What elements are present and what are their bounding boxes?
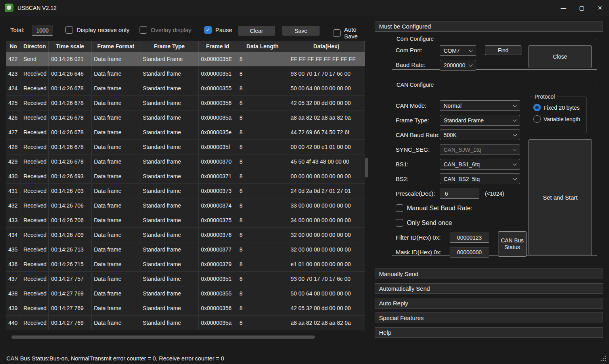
table-row[interactable]: 422Send00:14:26 021Data frameStandard Fr… [6,52,365,67]
config-panel: Must be Configured Com Configure Com Por… [375,21,603,342]
section-auto-reply[interactable]: Auto Reply [375,298,603,309]
com-port-select[interactable]: COM7 [440,45,476,56]
find-button[interactable]: Find [485,45,521,55]
section-special-features[interactable]: Special Features [375,313,603,323]
checkbox-box: ✓ [204,26,212,34]
table-cell: 8 [237,272,288,286]
section-help[interactable]: Help [375,327,603,338]
display-receive-only-checkbox[interactable]: ✓ Display receive only [65,26,129,34]
table-cell: Received [21,169,49,183]
table-cell: Standard frame [140,316,199,330]
section-manually-send[interactable]: Manually Send [375,269,603,279]
only-send-once-checkbox[interactable]: ✓ Only Send once [396,219,452,227]
auto-save-checkbox[interactable]: ✓ Auto Save [333,26,370,40]
table-row[interactable]: 435Received00:14:26 713Data frameStandar… [6,242,365,257]
save-button[interactable]: Save [282,26,320,36]
section-automatically-send[interactable]: Automatically Send [375,283,603,294]
total-input[interactable] [32,25,53,36]
table-row[interactable]: 437Received00:14:27 757Data frameStandar… [6,272,365,286]
table-row[interactable]: 429Received00:14:26 678Data frameStandar… [6,154,365,169]
table-cell: 0x00000371 [199,169,237,183]
table-cell: Received [21,67,49,81]
prescale-input[interactable] [440,189,479,199]
chevron-down-icon [469,63,473,67]
table-cell: 8 [237,228,288,242]
table-row[interactable]: 440Received00:14:27 769Data frameStandar… [6,316,365,330]
table-cell: Data frame [92,52,140,66]
checkbox-label: Only Send once [407,219,452,227]
column-header: Frame Format [92,41,140,52]
table-cell: 00:14:27 769 [49,316,92,330]
baud-rate-select[interactable]: 2000000 [440,60,476,71]
table-row[interactable]: 439Received00:14:27 769Data frameStandar… [6,301,365,316]
radio-icon [533,104,541,111]
table-row[interactable]: 434Received00:14:26 709Data frameStandar… [6,228,365,242]
section-must-be-configured[interactable]: Must be Configured [375,21,603,32]
filter-id-input[interactable] [450,233,489,243]
table-cell: 0x00000356 [199,301,237,315]
sync-seg-select[interactable]: CAN_SJW_1tq [440,144,520,155]
bs2-select[interactable]: CAN_BS2_5tq [440,173,520,184]
table-row[interactable]: 425Received00:14:26 678Data frameStandar… [6,96,365,111]
pause-checkbox[interactable]: ✓ Pause [204,26,232,34]
checkbox-label: Display receive only [77,27,129,33]
column-header: Time scale [49,41,92,52]
table-row[interactable]: 432Received00:14:26 706Data frameStandar… [6,198,365,213]
mask-id-input[interactable] [450,247,489,257]
resize-grip-icon[interactable] [605,360,606,361]
table-cell: Standard frame [140,228,199,242]
table-cell: 8 [237,213,288,227]
can-bus-status-button[interactable]: CAN Bus Status [498,231,527,257]
table-header: NoDirectonTime scaleFrame FormatFrame Ty… [6,41,365,52]
table-row[interactable]: 426Received00:14:26 678Data frameStandar… [6,111,365,125]
table-cell: 438 [6,286,21,301]
bs1-select[interactable]: CAN_BS1_6tq [440,159,520,170]
minimize-button[interactable]: — [554,0,573,16]
table-row[interactable]: 424Received00:14:26 678Data frameStandar… [6,81,365,96]
table-cell: 439 [6,301,21,315]
table-row[interactable]: 430Received00:14:26 693Data frameStandar… [6,169,365,184]
com-port-label: Com Port: [396,47,423,53]
table-cell: 8 [237,67,288,81]
table-cell: 93 00 70 17 70 17 6c 00 [288,67,365,81]
table-row[interactable]: 431Received00:14:26 703Data frameStandar… [6,184,365,198]
table-cell: 0x00000355 [199,81,237,95]
close-window-button[interactable]: ✕ [591,0,609,16]
com-configure-legend: Com Configure [395,36,436,42]
frame-type-select[interactable]: Standard Frame [440,115,520,126]
table-row[interactable]: 436Received00:14:26 715Data frameStandar… [6,257,365,272]
table-row[interactable]: 427Received00:14:26 678Data frameStandar… [6,125,365,140]
horizontal-scrollbar-thumb[interactable] [11,335,315,339]
table-cell: Standard frame [140,96,199,110]
table-cell: 8 [237,125,288,139]
table-cell: 00:14:26 703 [49,184,92,198]
overlay-display-checkbox[interactable]: ✓ Overlay display [140,26,192,34]
protocol-variable-length-radio[interactable]: Variable length [533,115,583,123]
clear-button[interactable]: Clear [238,26,275,36]
table-cell: 00 00 00 00 00 00 00 00 [288,169,365,183]
chevron-down-icon [513,133,517,137]
vertical-scrollbar-thumb[interactable] [365,158,368,177]
vertical-scrollbar[interactable] [365,41,368,330]
protocol-fixed-20-bytes-radio[interactable]: Fixed 20 bytes [533,104,583,111]
table-row[interactable]: 433Received00:14:26 706Data frameStandar… [6,213,365,228]
table-cell: 42 05 32 00 dd 00 00 00 [288,301,365,315]
table-cell: 0x00000376 [199,228,237,242]
table-cell: 422 [6,52,21,66]
table-cell: Standard Frame [140,52,199,66]
table-cell: 32 00 00 00 00 00 00 00 [288,242,365,257]
set-and-start-button[interactable]: Set and Start [529,139,592,255]
table-cell: Received [21,242,49,257]
table-cell: Data frame [92,184,140,198]
app-icon [5,4,13,12]
manual-set-baud-rate-checkbox[interactable]: ✓ Manual Set Baud Rate: [396,204,472,212]
table-row[interactable]: 438Received00:14:27 769Data frameStandar… [6,286,365,301]
table-cell: 24 0d 2a 0d 27 01 27 01 [288,184,365,198]
table-row[interactable]: 423Received00:14:26 646Data frameStandar… [6,67,365,81]
maximize-button[interactable]: ▢ [573,0,591,16]
can-baud-rate-select[interactable]: 500K [440,130,520,140]
close-button[interactable]: Close [529,45,592,68]
horizontal-scrollbar[interactable] [6,335,365,339]
can-mode-select[interactable]: Normal [440,100,520,111]
table-row[interactable]: 428Received00:14:26 678Data frameStandar… [6,140,365,154]
